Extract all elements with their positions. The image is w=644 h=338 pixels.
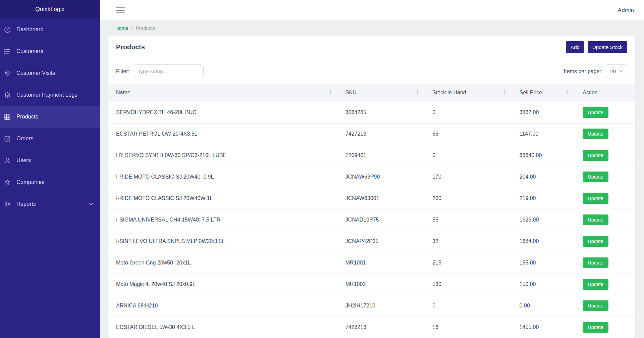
update-button[interactable]: Update bbox=[583, 322, 608, 333]
table-header: Name SKU Stock In Hand Sell Price Action bbox=[108, 84, 635, 102]
cell-action: Update bbox=[575, 102, 635, 123]
cell-action: Update bbox=[575, 295, 635, 317]
update-button[interactable]: Update bbox=[583, 150, 608, 161]
main-area: Admin Home/Products Products Add Update … bbox=[100, 0, 644, 338]
cell-name: ARNICA 68:H210 bbox=[108, 295, 337, 317]
table-row: Moto Magic 4t 20w40 SJ 20x0.9L MR1002 53… bbox=[108, 274, 635, 295]
items-per-page-group: Items per page: 20 bbox=[564, 64, 627, 78]
sidebar-item-label: Products bbox=[16, 113, 93, 120]
products-card: Products Add Update Stock Filter: Items … bbox=[108, 36, 635, 338]
sidebar-item[interactable]: Dashboard bbox=[0, 18, 100, 40]
sidebar-item[interactable]: Reports bbox=[0, 193, 100, 215]
column-header[interactable]: Name bbox=[108, 84, 337, 102]
update-stock-button[interactable]: Update Stock bbox=[588, 41, 627, 53]
cell-sku: 7428213 bbox=[337, 317, 424, 338]
update-button[interactable]: Update bbox=[583, 236, 608, 247]
cell-price: 1626.00 bbox=[512, 209, 575, 231]
column-header[interactable]: Stock In Hand bbox=[424, 84, 511, 102]
update-button[interactable]: Update bbox=[583, 214, 608, 225]
update-button[interactable]: Update bbox=[583, 257, 608, 268]
cell-action: Update bbox=[575, 145, 635, 166]
table-row: I-RIDE MOTO CLASSIC SJ 20W40: 0.9L JCNAW… bbox=[108, 166, 635, 188]
cell-stock: 530 bbox=[424, 274, 511, 295]
add-button[interactable]: Add bbox=[566, 41, 584, 53]
sidebar-item[interactable]: Orders bbox=[0, 128, 100, 149]
cell-price: 0.00 bbox=[512, 295, 575, 317]
sidebar-item-label: Companies bbox=[16, 179, 93, 185]
cell-sku: 7209401 bbox=[337, 145, 424, 166]
table-row: SERVOHYDREX TH 46-20L BUC 3064265 0 3862… bbox=[108, 102, 635, 123]
column-header[interactable]: SKU bbox=[337, 84, 424, 102]
hamburger-icon[interactable] bbox=[115, 6, 125, 15]
table-row: ECSTAR PETROL OW-20-4X3.5L 7427213 66 11… bbox=[108, 123, 635, 145]
cell-stock: 0 bbox=[424, 102, 511, 123]
cell-name: Moto Magic 4t 20w40 SJ 20x0.9L bbox=[108, 274, 337, 295]
cell-action: Update bbox=[575, 188, 635, 209]
cell-name: ECSTAR PETROL OW-20-4X3.5L bbox=[108, 123, 337, 145]
column-header[interactable]: Sell Price bbox=[512, 84, 575, 102]
gear-icon bbox=[3, 200, 11, 208]
sidebar-item[interactable]: Companies bbox=[0, 171, 100, 193]
cell-sku: JCNAP42P35 bbox=[337, 231, 424, 252]
location-pin-icon bbox=[3, 69, 11, 77]
table-toolbar: Filter: Items per page: 20 bbox=[108, 59, 635, 84]
page-content: Home/Products Products Add Update Stock … bbox=[100, 20, 644, 338]
update-button[interactable]: Update bbox=[583, 193, 608, 204]
sort-arrow-icon[interactable] bbox=[415, 90, 420, 95]
sidebar-item-label: Dashboard bbox=[16, 26, 93, 33]
cell-sku: 3064265 bbox=[337, 102, 424, 123]
column-header[interactable]: Action bbox=[575, 84, 635, 102]
cell-stock: 215 bbox=[424, 252, 511, 274]
items-per-page-select[interactable]: 20 bbox=[606, 64, 627, 78]
products-table: Name SKU Stock In Hand Sell Price Action bbox=[108, 84, 635, 338]
breadcrumb: Home/Products bbox=[100, 20, 644, 35]
table-body: SERVOHYDREX TH 46-20L BUC 3064265 0 3862… bbox=[108, 102, 635, 338]
cell-name: ECSTAR DIESEL 5W-30 4X3.5 L bbox=[108, 317, 337, 338]
cell-name: I-SIGMA UNIVERSAL CH4 15W40: 7.5 LTR bbox=[108, 209, 337, 231]
table-row: HY SERVO SYNTH 0W-30 SP/C3-210L LUBE 720… bbox=[108, 145, 635, 166]
table-row: ECSTAR DIESEL 5W-30 4X3.5 L 7428213 16 1… bbox=[108, 317, 635, 338]
sidebar-item[interactable]: Users bbox=[0, 149, 100, 171]
header-actions: Add Update Stock bbox=[566, 41, 627, 53]
cell-stock: 200 bbox=[424, 188, 511, 209]
cell-sku: MR1001 bbox=[337, 252, 424, 274]
cell-stock: 55 bbox=[424, 209, 511, 231]
sort-arrow-icon[interactable] bbox=[502, 90, 507, 95]
brand-logo[interactable]: QuickLogix bbox=[0, 0, 100, 18]
cell-sku: JCNAW63P90 bbox=[337, 166, 424, 188]
update-button[interactable]: Update bbox=[583, 300, 608, 311]
items-per-page-label: Items per page: bbox=[564, 68, 601, 75]
column-header-label: Name bbox=[116, 90, 130, 96]
sort-arrow-icon[interactable] bbox=[328, 90, 333, 95]
sidebar-item[interactable]: Customers bbox=[0, 40, 100, 62]
filter-group: Filter: bbox=[116, 64, 204, 78]
cell-action: Update bbox=[575, 231, 635, 252]
sidebar-item[interactable]: Customer Payment Logs bbox=[0, 84, 100, 106]
cell-price: 1455.00 bbox=[512, 317, 575, 338]
cell-price: 1684.00 bbox=[512, 231, 575, 252]
cell-stock: 66 bbox=[424, 123, 511, 145]
update-button[interactable]: Update bbox=[583, 107, 608, 118]
cell-sku: JH2IH17210 bbox=[337, 295, 424, 317]
cell-price: 155.00 bbox=[512, 252, 575, 274]
user-menu[interactable]: Admin bbox=[618, 7, 634, 14]
update-button[interactable]: Update bbox=[583, 172, 608, 182]
breadcrumb-home-link[interactable]: Home bbox=[115, 26, 128, 31]
items-per-page-value: 20 bbox=[610, 68, 616, 75]
sidebar-item[interactable]: Products bbox=[0, 106, 100, 128]
table-row: ARNICA 68:H210 JH2IH17210 0 0.00 Update bbox=[108, 295, 635, 317]
sidebar-item[interactable]: Customer Visits bbox=[0, 62, 100, 84]
chevron-down-icon bbox=[619, 70, 623, 73]
cell-sku: JCNAD10P75 bbox=[337, 209, 424, 231]
update-button[interactable]: Update bbox=[583, 279, 608, 290]
sort-arrow-icon[interactable] bbox=[566, 90, 570, 95]
filter-input[interactable] bbox=[134, 64, 204, 78]
column-header-label: Action bbox=[583, 90, 597, 96]
update-button[interactable]: Update bbox=[583, 129, 608, 139]
topbar: Admin bbox=[100, 0, 644, 20]
cell-price: 219.00 bbox=[512, 188, 575, 209]
cell-price: 150.00 bbox=[512, 274, 575, 295]
column-header-label: Stock In Hand bbox=[432, 90, 466, 96]
cell-name: Moto Green Cng 20w50- 20x1L bbox=[108, 252, 337, 274]
cell-action: Update bbox=[575, 274, 635, 295]
